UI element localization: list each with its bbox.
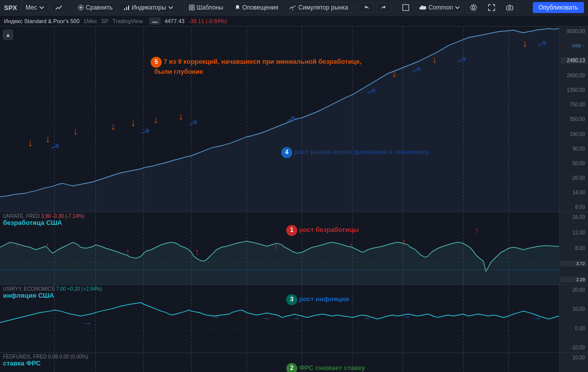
fullscreen-button[interactable] — [484, 2, 500, 13]
symbol-label[interactable]: SPX — [4, 4, 17, 12]
alerts-button[interactable]: Оповещения — [230, 2, 283, 13]
templates-button[interactable]: Шаблоны — [184, 2, 228, 13]
provider-info: TradingView — [112, 18, 143, 24]
camera-icon — [506, 5, 513, 11]
timeframe-info: 1Мес — [83, 18, 97, 24]
templates-icon — [189, 5, 195, 11]
templates-label: Шаблоны — [197, 4, 223, 11]
current-price: 4477.43 — [165, 18, 185, 24]
charts-wrapper: ▲ ↓ ↓ ↓ ↓ — [0, 27, 588, 372]
indicators-icon — [124, 5, 130, 11]
subtitle-bar: Индекс Standard & Poor's 500 1Мес SP Tra… — [0, 16, 588, 27]
plus-icon — [78, 5, 84, 11]
settings-button[interactable] — [465, 2, 482, 13]
svg-rect-5 — [128, 6, 129, 10]
chart-type-button[interactable] — [51, 2, 67, 13]
chevron-down-icon-3 — [455, 6, 460, 9]
indicators-button[interactable]: Индикаторы — [119, 2, 177, 13]
usiryy-chart-svg — [0, 285, 559, 352]
indicators-label: Индикаторы — [132, 4, 166, 11]
fedfunds-price-scale: 10.00 5.00 0.00 — [559, 353, 588, 372]
bell-icon — [234, 5, 241, 11]
common-label: Common — [428, 4, 453, 11]
separator-2 — [181, 3, 181, 12]
svg-marker-25 — [0, 29, 559, 212]
index-name: Индекс Standard & Poor's 500 — [4, 18, 79, 24]
svg-rect-9 — [192, 8, 194, 10]
toolbar: SPX Мес Сравнить Индикаторы Шаблоны Опов… — [0, 0, 588, 16]
publish-button[interactable]: Опубликовать — [533, 2, 584, 13]
separator-3 — [356, 3, 356, 12]
gear-icon — [470, 4, 477, 11]
svg-rect-3 — [124, 9, 125, 10]
separator-4 — [394, 3, 395, 12]
usiryy-price-scale: 20.00 10.00 0.00 -10.00 — [559, 285, 588, 352]
collapse-button[interactable]: ▲ — [3, 30, 13, 40]
layout-button[interactable] — [398, 2, 414, 13]
chevron-down-icon-2 — [168, 6, 173, 9]
pane-fedfunds: FEDFUNDS, FRED 0.08 0.00 (0.00%) ставка … — [0, 353, 588, 372]
svg-rect-6 — [189, 5, 191, 7]
svg-rect-11 — [403, 5, 409, 11]
svg-rect-7 — [192, 5, 194, 7]
main-price-scale: 9000.00 USD ↑ 2480.13 2600.00 1350.00 75… — [559, 27, 588, 212]
source-info: SP — [101, 18, 108, 24]
chevron-down-icon — [39, 6, 44, 9]
unrate-price-scale: 16.00 12.00 8.00 3.72 2.29 — [559, 212, 588, 285]
compare-label: Сравнить — [86, 4, 112, 11]
svg-point-14 — [509, 7, 511, 9]
cloud-icon — [419, 5, 426, 10]
unrate-chart-svg — [0, 212, 559, 285]
fullscreen-icon — [488, 4, 495, 11]
alerts-label: Оповещения — [243, 4, 279, 11]
fedfunds-chart-svg — [0, 353, 559, 372]
simulator-button[interactable]: Симулятор рынка — [285, 2, 352, 13]
svg-rect-4 — [126, 7, 127, 10]
snapshot-button[interactable] — [502, 3, 518, 13]
svg-rect-8 — [189, 8, 191, 10]
svg-point-12 — [473, 7, 475, 9]
svg-rect-13 — [507, 6, 513, 10]
compare-button[interactable]: Сравнить — [73, 2, 117, 13]
line-chart-icon — [55, 4, 62, 11]
layout-icon — [402, 4, 409, 11]
simulator-label: Симулятор рынка — [298, 4, 348, 11]
chart-area: Индекс Standard & Poor's 500 1Мес SP Tra… — [0, 16, 588, 372]
pane-unrate: UNRATE, FRED 3.90 -0.30 (-7.14%) безрабо… — [0, 212, 588, 285]
simulator-icon — [289, 5, 296, 11]
timeframe-button[interactable]: Мес — [21, 2, 49, 13]
undo-button[interactable] — [359, 3, 374, 13]
separator — [70, 3, 70, 12]
common-button[interactable]: Common — [416, 3, 463, 13]
price-change: -38.11 (-0.84%) — [188, 18, 226, 24]
timeframe-label: Мес — [26, 4, 37, 11]
main-chart-svg — [0, 27, 559, 212]
pane-main: ▲ ↓ ↓ ↓ ↓ — [0, 27, 588, 212]
pane-usiryy: USIRYY, ECONOMICS 7.00 +0.20 (+2.94%) ин… — [0, 285, 588, 353]
undo-icon — [364, 5, 370, 11]
redo-button[interactable] — [376, 3, 391, 13]
redo-icon — [381, 5, 387, 11]
